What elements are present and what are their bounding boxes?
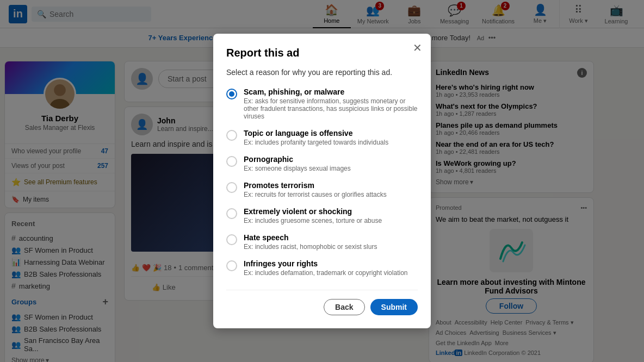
radio-option-rights[interactable]: Infringes your rights Ex: includes defam… (226, 259, 418, 277)
radio-hate[interactable] (226, 234, 237, 245)
radio-option-hate[interactable]: Hate speech Ex: includes racist, homopho… (226, 233, 418, 251)
modal-close-button[interactable]: ✕ (413, 42, 422, 53)
radio-hate-desc: Ex: includes racist, homophobic or sexis… (244, 243, 377, 251)
radio-topic-title: Topic or language is offensive (244, 129, 388, 138)
radio-option-scam[interactable]: Scam, phishing, or malware Ex: asks for … (226, 88, 418, 120)
report-ad-modal: ✕ Report this ad Select a reason for why… (213, 34, 431, 328)
radio-hate-text: Hate speech Ex: includes racist, homopho… (244, 233, 377, 251)
radio-topic-desc: Ex: includes profanity targeted towards … (244, 139, 388, 146)
radio-terror-text: Promotes terrorism Ex: recruits for terr… (244, 181, 387, 198)
radio-terror-desc: Ex: recruits for terrorist causes or glo… (244, 191, 387, 198)
radio-scam[interactable] (226, 89, 237, 99)
radio-porn-title: Pornographic (244, 155, 351, 164)
radio-porn[interactable] (226, 156, 237, 167)
radio-scam-text: Scam, phishing, or malware Ex: asks for … (244, 88, 418, 120)
radio-violent-text: Extremely violent or shocking Ex: includ… (244, 207, 382, 224)
radio-rights-text: Infringes your rights Ex: includes defam… (244, 259, 407, 277)
radio-porn-desc: Ex: someone displays sexual images (244, 165, 351, 172)
modal-subtitle: Select a reason for why you are reportin… (226, 68, 418, 77)
radio-hate-title: Hate speech (244, 233, 377, 242)
radio-option-topic[interactable]: Topic or language is offensive Ex: inclu… (226, 129, 418, 146)
radio-scam-title: Scam, phishing, or malware (244, 88, 418, 96)
radio-option-terror[interactable]: Promotes terrorism Ex: recruits for terr… (226, 181, 418, 198)
radio-violent-title: Extremely violent or shocking (244, 207, 382, 216)
radio-option-violent[interactable]: Extremely violent or shocking Ex: includ… (226, 207, 418, 224)
modal-title: Report this ad (226, 47, 418, 59)
radio-rights-desc: Ex: includes defamation, trademark or co… (244, 269, 407, 277)
radio-porn-text: Pornographic Ex: someone displays sexual… (244, 155, 351, 172)
submit-button[interactable]: Submit (370, 299, 418, 315)
back-button[interactable]: Back (324, 299, 364, 315)
modal-footer: Back Submit (226, 290, 418, 315)
radio-violent[interactable] (226, 208, 237, 219)
radio-rights[interactable] (226, 260, 237, 271)
modal-overlay[interactable]: ✕ Report this ad Select a reason for why… (0, 0, 644, 362)
radio-violent-desc: Ex: includes gruesome scenes, torture or… (244, 217, 382, 224)
radio-rights-title: Infringes your rights (244, 259, 407, 268)
radio-scam-desc: Ex: asks for sensitive information, sugg… (244, 97, 418, 120)
radio-terror-title: Promotes terrorism (244, 181, 387, 190)
radio-topic[interactable] (226, 130, 237, 141)
radio-terror[interactable] (226, 182, 237, 193)
radio-option-porn[interactable]: Pornographic Ex: someone displays sexual… (226, 155, 418, 172)
radio-topic-text: Topic or language is offensive Ex: inclu… (244, 129, 388, 146)
